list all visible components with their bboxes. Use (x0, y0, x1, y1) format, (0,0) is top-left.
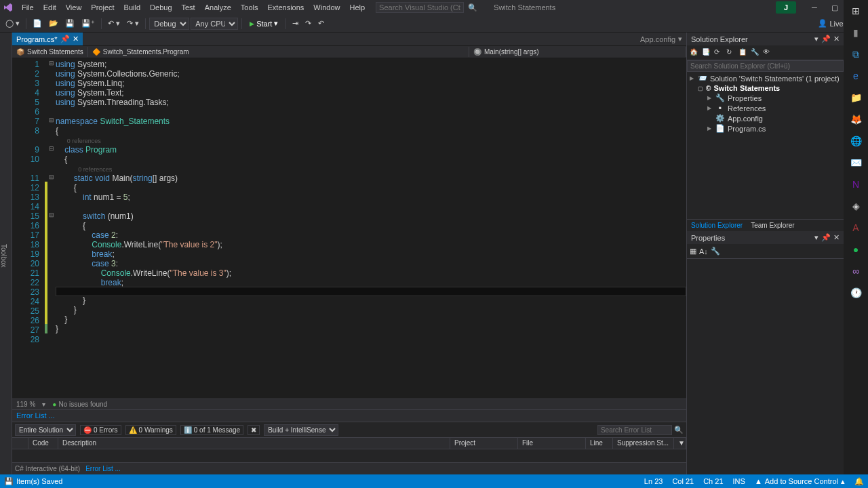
col-desc[interactable]: Description (58, 438, 450, 449)
tab-team-explorer[interactable]: Team Explorer (747, 220, 798, 231)
tab-csharp-interactive[interactable]: C# Interactive (64-bit) (15, 465, 80, 472)
col-file[interactable]: File (518, 438, 586, 449)
panel-pin-icon[interactable]: 📌 (821, 35, 831, 43)
redo-button[interactable]: ↷ ▾ (124, 18, 142, 29)
col-suppression[interactable]: Suppression St... (613, 438, 674, 449)
warnings-filter[interactable]: ⚠️ 0 Warnings (125, 425, 176, 435)
menu-edit[interactable]: Edit (39, 1, 60, 14)
sync-icon[interactable]: ⟳ (714, 48, 724, 58)
menu-file[interactable]: File (18, 1, 38, 14)
mail-icon[interactable]: ✉️ (849, 156, 863, 169)
properties-icon[interactable]: 🔧 (751, 48, 760, 58)
config-select[interactable]: Debug (149, 18, 189, 30)
save-button[interactable]: 💾 (62, 18, 77, 29)
onenote-icon[interactable]: N (849, 178, 863, 191)
new-project-button[interactable]: 📄 (30, 18, 45, 29)
menu-project[interactable]: Project (87, 1, 118, 14)
platform-select[interactable]: Any CPU (191, 18, 238, 30)
issues-indicator[interactable]: No issues found (52, 401, 107, 408)
panel-close-icon[interactable]: ✕ (833, 35, 840, 43)
save-all-button[interactable]: 💾⁺ (79, 18, 98, 29)
notifications-icon[interactable]: 🔔 (854, 477, 864, 486)
tab-program-cs[interactable]: Program.cs* 📌 ✕ (12, 33, 83, 45)
menu-view[interactable]: View (62, 1, 86, 14)
diagnostic-tools-icon[interactable]: ▮ (849, 26, 863, 39)
clock-icon[interactable]: 🕐 (849, 286, 863, 300)
appconfig-node[interactable]: ⚙️ App.config (690, 113, 841, 123)
error-list-title[interactable]: Error List ... (12, 409, 686, 422)
show-all-icon[interactable]: 📋 (738, 48, 748, 58)
unity-icon[interactable]: ◈ (849, 199, 863, 213)
refresh-icon[interactable]: ↻ (726, 48, 736, 58)
step-over-icon[interactable]: ↷ (302, 18, 314, 29)
menu-debug[interactable]: Debug (146, 1, 176, 14)
menu-tools[interactable]: Tools (237, 1, 262, 14)
access-icon[interactable]: A (849, 221, 863, 235)
props-pin-icon[interactable]: 📌 (821, 233, 831, 242)
messages-filter[interactable]: ℹ️ 0 of 1 Message (180, 425, 243, 435)
spotify-icon[interactable]: ● (849, 243, 863, 256)
step-into-icon[interactable]: ⇥ (290, 18, 301, 29)
toolbox-tab[interactable]: Toolbox (0, 33, 12, 474)
start-button[interactable]: Start ▾ (245, 18, 282, 29)
menu-extensions[interactable]: Extensions (264, 1, 309, 14)
filter-icon[interactable]: ▼ (674, 438, 686, 449)
zoom-level[interactable]: 119 % (16, 401, 35, 408)
undo-button[interactable]: ↶ ▾ (105, 18, 123, 29)
step-out-icon[interactable]: ↶ (315, 18, 327, 29)
member-selector[interactable]: 🔘 Main(string[] args) (469, 47, 686, 57)
menu-help[interactable]: Help (345, 1, 369, 14)
tab-pin-icon[interactable]: 📌 (60, 35, 70, 43)
home-icon[interactable]: 🏠 (690, 48, 699, 58)
code-editor[interactable]: 1234567891011121314151617181920212223242… (12, 58, 686, 399)
col-icon[interactable] (12, 438, 28, 449)
chrome-icon[interactable]: 🌐 (849, 134, 863, 148)
col-line[interactable]: Line (586, 438, 613, 449)
appconfig-label[interactable]: App.config (640, 35, 675, 43)
preview-icon[interactable]: 👁 (763, 48, 772, 58)
categorized-icon[interactable]: ▦ (690, 247, 696, 256)
vs-icon[interactable]: ∞ (849, 264, 863, 278)
solution-root[interactable]: ▶📨 Solution 'Switch Statements' (1 proje… (690, 73, 841, 83)
win-start-icon[interactable]: ⊞ (849, 4, 863, 18)
references-node[interactable]: ▶▫️ References (690, 103, 841, 113)
solution-search[interactable] (687, 60, 844, 72)
clear-filters-icon[interactable]: ✖ (248, 425, 260, 435)
search-icon[interactable]: 🔍 (468, 3, 477, 12)
class-selector[interactable]: 🔶 Switch_Statements.Program (88, 47, 469, 57)
project-node[interactable]: ▢© Switch Statements (690, 83, 841, 93)
source-control-button[interactable]: ▲ Add to Source Control ▴ (755, 477, 845, 486)
open-button[interactable]: 📂 (46, 18, 61, 29)
scope-selector[interactable]: 📦 Switch Statements (12, 47, 88, 57)
explorer-icon[interactable]: 📁 (849, 91, 863, 104)
edge-icon[interactable]: e (849, 69, 863, 83)
firefox-icon[interactable]: 🦊 (849, 113, 863, 126)
programcs-node[interactable]: ▶📄 Program.cs (690, 123, 841, 134)
quick-launch-input[interactable] (376, 2, 464, 13)
alphabetical-icon[interactable]: A↓ (699, 247, 708, 256)
col-project[interactable]: Project (450, 438, 518, 449)
menu-test[interactable]: Test (178, 1, 199, 14)
col-code[interactable]: Code (28, 438, 58, 449)
tab-solution-explorer[interactable]: Solution Explorer (687, 220, 747, 231)
nav-back-button[interactable]: ◯ ▾ (3, 18, 22, 29)
vscode-icon[interactable]: ⧉ (849, 47, 863, 61)
properties-node[interactable]: ▶🔧 Properties (690, 93, 841, 103)
menu-build[interactable]: Build (120, 1, 144, 14)
build-filter[interactable]: Build + IntelliSense (264, 424, 338, 436)
collapse-icon[interactable]: 📑 (702, 48, 711, 58)
props-close-icon[interactable]: ✕ (833, 233, 840, 242)
errorlist-scope[interactable]: Entire Solution (15, 424, 76, 436)
minimize-button[interactable]: ─ (804, 1, 825, 14)
errors-filter[interactable]: ⛔ 0 Errors (80, 425, 121, 435)
tab-error-list[interactable]: Error List ... (85, 465, 121, 472)
tab-close-icon[interactable]: ✕ (73, 35, 79, 43)
errorlist-search[interactable] (597, 425, 672, 435)
maximize-button[interactable]: ▢ (825, 1, 845, 14)
tab-dropdown-icon[interactable]: ▾ (678, 35, 682, 43)
props-wrench-icon[interactable]: 🔧 (711, 247, 720, 256)
props-dropdown-icon[interactable]: ▾ (814, 233, 818, 242)
properties-grid[interactable] (687, 259, 844, 474)
menu-analyze[interactable]: Analyze (201, 1, 235, 14)
menu-window[interactable]: Window (309, 1, 344, 14)
